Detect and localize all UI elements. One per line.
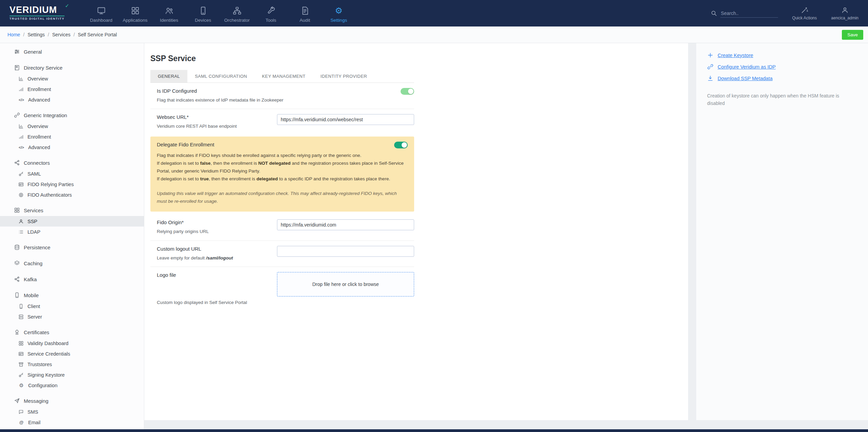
custom-logout-url-input[interactable] <box>277 246 414 257</box>
nav-label: Settings <box>331 18 347 23</box>
gear-icon: ⚙ <box>18 382 24 389</box>
sidebar-item-generic-overview[interactable]: Overview <box>0 121 144 131</box>
tab-general[interactable]: GENERAL <box>150 70 187 83</box>
nav-item-applications[interactable]: Applications <box>118 4 152 23</box>
sidebar-item-label: SSP <box>27 219 37 224</box>
save-button[interactable]: Save <box>842 30 863 40</box>
download-icon <box>707 75 714 82</box>
sidebar-item-fido-relying-parties[interactable]: FIDO Relying Parties <box>0 179 144 190</box>
nav-item-devices[interactable]: Devices <box>186 4 220 23</box>
breadcrumb-separator: / <box>23 32 24 37</box>
search-icon[interactable] <box>710 10 717 17</box>
nav-item-dashboard[interactable]: Dashboard <box>84 4 118 23</box>
sidebar-item-label: Truststores <box>27 362 52 367</box>
tab-identity-provider[interactable]: IDENTITY PROVIDER <box>313 70 374 83</box>
sidebar-item-saml[interactable]: SAML <box>0 168 144 179</box>
sidebar-item-label: FIDO Relying Parties <box>27 182 74 187</box>
sidebar-item-kafka[interactable]: Kafka <box>0 273 144 285</box>
breadcrumb-settings[interactable]: Settings <box>27 32 45 37</box>
download-ssp-metadata-link[interactable]: Download SSP Metadata <box>707 75 858 82</box>
sidebar-item-generic-integration[interactable]: Generic Integration <box>0 109 144 121</box>
sliders-icon <box>14 49 20 55</box>
nav-item-identities[interactable]: Identities <box>152 4 186 23</box>
sidebar-item-generic-enrollment[interactable]: Enrollment <box>0 131 144 142</box>
sidebar-item-mobile[interactable]: Mobile <box>0 289 144 301</box>
sidebar-item-client[interactable]: Client <box>0 301 144 311</box>
sidebar-item-caching[interactable]: Caching <box>0 257 144 269</box>
configure-veridium-as-idp-link[interactable]: Configure Veridium as IDP <box>707 64 858 70</box>
logo-tagline: TRUSTED DIGITAL IDENTITY <box>10 16 64 20</box>
sidebar-item-label: Persistence <box>24 245 50 250</box>
logo-dropzone[interactable]: Drop file here or click to browse <box>277 272 414 296</box>
sidebar-item-ldap[interactable]: LDAP <box>0 227 144 237</box>
server-icon <box>18 314 24 320</box>
sidebar-item-fido-authenticators[interactable]: FIDO Authenticators <box>0 190 144 200</box>
id-card-icon <box>18 182 24 187</box>
nav-item-settings[interactable]: ⚙ Settings <box>322 4 356 23</box>
sidebar-item-validity-dashboard[interactable]: Validity Dashboard <box>0 338 144 348</box>
sidebar-item-label: Enrollment <box>27 134 51 140</box>
sidebar-item-server[interactable]: Server <box>0 311 144 322</box>
delegate-fido-enrollment-toggle[interactable] <box>394 142 408 148</box>
sidebar-item-configuration[interactable]: ⚙Configuration <box>0 380 144 391</box>
user-menu[interactable]: aencica_admin <box>831 6 858 20</box>
field-label: Logo file <box>157 272 270 278</box>
sidebar-item-label: Signing Keystore <box>27 372 65 378</box>
nav-label: Identities <box>160 18 178 23</box>
sidebar-item-directory-service[interactable]: Directory Service <box>0 62 144 73</box>
sidebar-item-label: Service Credentials <box>27 351 70 357</box>
sidebar-item-messaging[interactable]: Messaging <box>0 395 144 407</box>
tab-bar: GENERAL SAML CONFIGURATION KEY MANAGEMEN… <box>150 70 414 83</box>
sidebar-item-services[interactable]: Services <box>0 204 144 216</box>
link-icon <box>707 64 714 70</box>
sidebar-item-persistence[interactable]: Persistence <box>0 241 144 253</box>
sidebar-item-ssp[interactable]: SSP <box>0 216 144 227</box>
nav-item-orchestrator[interactable]: Orchestrator <box>220 4 254 23</box>
sidebar-item-general[interactable]: General <box>0 46 144 57</box>
nav-label: Orchestrator <box>224 18 250 23</box>
chat-icon <box>18 409 24 415</box>
delegate-description: Flag that indicates if FIDO keys should … <box>157 151 405 183</box>
sidebar-item-truststores[interactable]: Truststores <box>0 359 144 370</box>
sidebar-item-generic-advanced[interactable]: </>Advanced <box>0 142 144 152</box>
sidebar-item-label: Certificates <box>24 329 49 335</box>
plus-icon <box>707 52 714 58</box>
search-input[interactable] <box>720 9 778 18</box>
sidebar-item-directory-overview[interactable]: Overview <box>0 73 144 84</box>
sidebar-item-label: Overview <box>27 124 48 129</box>
quick-actions-label: Quick Actions <box>792 16 817 20</box>
tab-key-management[interactable]: KEY MANAGEMENT <box>255 70 313 83</box>
tab-saml-configuration[interactable]: SAML CONFIGURATION <box>187 70 255 83</box>
sitemap-icon <box>233 6 242 15</box>
sidebar-item-email[interactable]: @Email <box>0 417 144 428</box>
sidebar-item-sms[interactable]: SMS <box>0 407 144 417</box>
document-search-icon <box>300 6 310 15</box>
quick-actions-button[interactable]: Quick Actions <box>792 6 817 20</box>
sidebar-item-directory-advanced[interactable]: </>Advanced <box>0 94 144 105</box>
sidebar-item-service-credentials[interactable]: Service Credentials <box>0 348 144 359</box>
nav-item-audit[interactable]: Audit <box>288 4 322 23</box>
field-description: Leave empty for default /saml/logout <box>157 255 270 262</box>
right-action-panel: Create Keystore Configure Veridium as ID… <box>696 43 868 420</box>
nav-label: Devices <box>195 18 211 23</box>
link-label: Configure Veridium as IDP <box>718 64 776 70</box>
is-idp-configured-toggle[interactable] <box>401 88 414 95</box>
fido-origin-input[interactable] <box>277 219 414 230</box>
sidebar-item-label: SAML <box>27 171 41 177</box>
chart-icon <box>18 124 24 129</box>
sidebar-item-directory-enrollment[interactable]: Enrollment <box>0 84 144 94</box>
sidebar-item-label: Overview <box>27 76 48 82</box>
create-keystore-link[interactable]: Create Keystore <box>707 52 858 58</box>
sidebar-item-label: Client <box>27 304 40 309</box>
sidebar-item-certificates[interactable]: Certificates <box>0 326 144 338</box>
breadcrumb-services[interactable]: Services <box>52 32 71 37</box>
breadcrumb-home[interactable]: Home <box>7 32 20 37</box>
websec-url-input[interactable] <box>277 114 414 125</box>
field-label: Delegate Fido Enrollment <box>157 142 214 147</box>
sidebar-item-label: General <box>24 49 42 55</box>
sidebar-item-connectors[interactable]: Connectors <box>0 157 144 168</box>
sidebar-item-signing-keystore[interactable]: Signing Keystore <box>0 370 144 380</box>
toggle-knob <box>408 89 413 94</box>
veridium-logo[interactable]: VERIDIUM✓ TRUSTED DIGITAL IDENTITY <box>10 5 81 21</box>
nav-item-tools[interactable]: Tools <box>254 4 288 23</box>
